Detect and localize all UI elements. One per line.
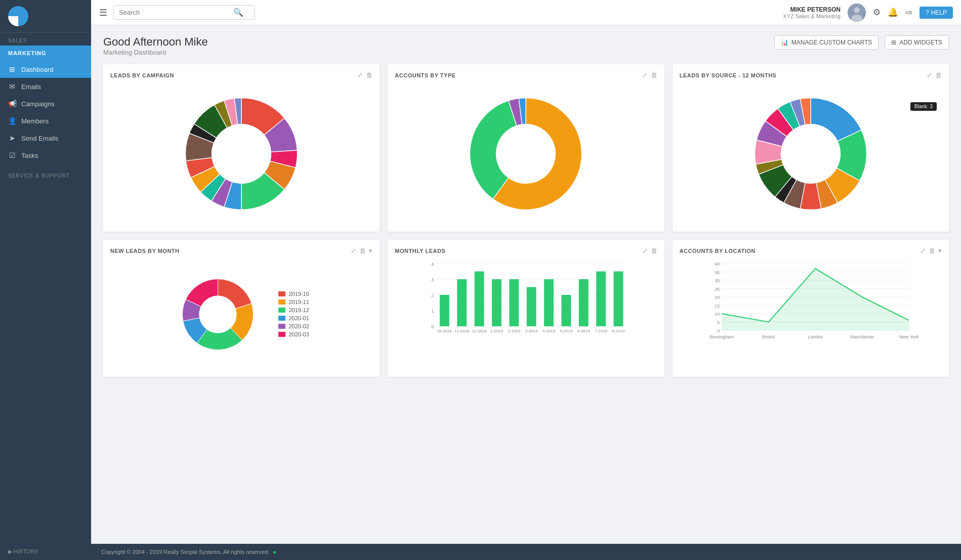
svg-text:0: 0: [717, 328, 720, 333]
help-button[interactable]: ? HELP: [920, 7, 953, 19]
greeting: Good Afternoon Mike: [103, 35, 208, 49]
chevron-down-icon[interactable]: ▾: [938, 247, 942, 254]
avatar: [848, 4, 866, 22]
page-header: Good Afternoon Mike Marketing Dashboard …: [103, 35, 949, 56]
svg-text:2-2019: 2-2019: [508, 329, 521, 333]
sidebar-item-send-emails[interactable]: ➤ Send Emails: [0, 130, 91, 147]
legend-item: 2019-11: [278, 299, 309, 305]
new-leads-by-month-card: NEW LEADS BY MONTH ⤢ 🗑 ▾ 2019-102019-112…: [103, 240, 380, 377]
expand-icon[interactable]: ⤢: [642, 247, 648, 254]
leads-by-source-body: Blank: 3: [680, 83, 942, 225]
svg-text:4-2019: 4-2019: [542, 329, 555, 333]
chart-icon: 📊: [781, 39, 788, 46]
svg-text:2: 2: [431, 293, 434, 298]
svg-text:New York: New York: [899, 334, 919, 339]
sidebar-history[interactable]: ▶ HISTORY: [0, 543, 91, 560]
svg-text:5-2019: 5-2019: [560, 329, 573, 333]
accounts-by-location-header: ACCOUNTS BY LOCATION ⤢ 🗑 ▾: [680, 247, 942, 254]
legend-item: 2019-10: [278, 291, 309, 297]
green-dot: ●: [273, 549, 276, 555]
expand-icon[interactable]: ⤢: [920, 247, 926, 254]
charts-grid: LEADS BY CAMPAIGN ⤢ 🗑 ACCOUNTS BY TYPE: [103, 64, 949, 377]
monthly-leads-chart: 0123410-201811-201812-20181-20192-20193-…: [395, 259, 657, 344]
legend-item: 2020-02: [278, 323, 309, 329]
chevron-down-icon[interactable]: ▾: [369, 247, 372, 254]
monthly-leads-header: MONTHLY LEADS ⤢ 🗑: [395, 247, 657, 254]
delete-icon[interactable]: 🗑: [651, 247, 657, 254]
accounts-by-type-card: ACCOUNTS BY TYPE ⤢ 🗑: [388, 64, 664, 232]
accounts-by-type-title: ACCOUNTS BY TYPE: [395, 72, 455, 78]
accounts-by-location-actions: ⤢ 🗑 ▾: [920, 247, 942, 254]
grid-icon: ⊞: [891, 39, 896, 46]
bell-icon[interactable]: 🔔: [888, 7, 898, 18]
delete-icon[interactable]: 🗑: [651, 71, 657, 79]
svg-text:London: London: [808, 334, 823, 339]
sidebar-item-campaigns[interactable]: 📢 Campaigns: [0, 95, 91, 112]
svg-rect-21: [510, 279, 519, 326]
user-info: MIKE PETERSON XYZ Sales & Marketing: [783, 6, 841, 19]
monthly-leads-actions: ⤢ 🗑: [642, 247, 657, 254]
expand-icon[interactable]: ⤢: [351, 247, 356, 254]
search-input[interactable]: [119, 9, 230, 16]
svg-text:Manchester: Manchester: [850, 334, 874, 339]
svg-text:12-2018: 12-2018: [472, 329, 487, 333]
settings-icon[interactable]: ⚙: [873, 7, 881, 18]
manage-charts-button[interactable]: 📊 MANAGE CUSTOM CHARTS: [774, 35, 879, 50]
svg-rect-13: [440, 295, 449, 326]
sidebar-item-tasks-label: Tasks: [21, 152, 38, 159]
svg-rect-33: [614, 272, 623, 327]
monthly-leads-card: MONTHLY LEADS ⤢ 🗑 0123410-201811-201812-…: [388, 240, 664, 377]
monthly-leads-body: 0123410-201811-201812-20181-20192-20193-…: [395, 259, 657, 344]
emails-icon: ✉: [8, 82, 16, 91]
new-leads-by-month-actions: ⤢ 🗑 ▾: [351, 247, 372, 254]
svg-text:10-2018: 10-2018: [437, 329, 452, 333]
sidebar-item-emails[interactable]: ✉ Emails: [0, 78, 91, 95]
accounts-by-type-chart: [460, 88, 592, 220]
svg-text:8-2019: 8-2019: [612, 329, 625, 333]
delete-icon[interactable]: 🗑: [929, 247, 935, 254]
sidebar-item-send-emails-label: Send Emails: [21, 135, 58, 142]
hamburger-icon[interactable]: ☰: [99, 7, 107, 18]
user-company: XYZ Sales & Marketing: [783, 13, 841, 19]
new-leads-legend: 2019-102019-112019-122020-012020-022020-…: [278, 291, 309, 337]
send-emails-icon: ➤: [8, 134, 16, 142]
campaigns-icon: 📢: [8, 100, 16, 108]
accounts-by-location-title: ACCOUNTS BY LOCATION: [680, 248, 756, 254]
leads-by-source-chart: [745, 88, 876, 220]
expand-icon[interactable]: ⤢: [357, 71, 363, 79]
expand-icon[interactable]: ⤢: [642, 71, 648, 79]
sidebar-item-members[interactable]: 👤 Members: [0, 112, 91, 130]
question-icon: ?: [926, 9, 929, 16]
new-leads-by-month-body: 2019-102019-112019-122020-012020-022020-…: [110, 259, 372, 370]
delete-icon[interactable]: 🗑: [359, 247, 366, 254]
leads-by-campaign-body: [110, 83, 372, 225]
monthly-leads-title: MONTHLY LEADS: [395, 248, 445, 254]
logout-icon[interactable]: ⇨: [905, 7, 912, 18]
sidebar-logo: [0, 0, 91, 33]
add-widgets-button[interactable]: ⊞ ADD WIDGETS: [885, 35, 949, 50]
svg-rect-15: [457, 279, 467, 326]
sidebar: SALES MARKETING ⊞ Dashboard ✉ Emails 📢 C…: [0, 0, 91, 560]
svg-text:6-2019: 6-2019: [577, 329, 590, 333]
members-icon: 👤: [8, 117, 16, 125]
svg-text:0: 0: [431, 324, 434, 329]
page-subtitle: Marketing Dashboard: [103, 49, 208, 56]
sidebar-item-tasks[interactable]: ☑ Tasks: [0, 147, 91, 164]
leads-by-campaign-card: LEADS BY CAMPAIGN ⤢ 🗑: [103, 64, 380, 232]
leads-by-campaign-chart: [176, 88, 307, 220]
svg-text:3: 3: [431, 277, 434, 282]
delete-icon[interactable]: 🗑: [366, 71, 372, 79]
svg-rect-31: [596, 272, 606, 327]
svg-rect-17: [475, 272, 484, 327]
delete-icon[interactable]: 🗑: [935, 71, 942, 79]
sidebar-item-dashboard[interactable]: ⊞ Dashboard: [0, 61, 91, 78]
footer: Copyright © 2004 - 2019 Really Simple Sy…: [91, 544, 961, 560]
search-box: 🔍: [113, 5, 255, 20]
expand-icon[interactable]: ⤢: [927, 71, 932, 79]
svg-text:11-2018: 11-2018: [454, 329, 470, 333]
svg-text:5: 5: [717, 320, 720, 325]
new-leads-by-month-header: NEW LEADS BY MONTH ⤢ 🗑 ▾: [110, 247, 372, 254]
sidebar-item-dashboard-label: Dashboard: [21, 66, 54, 73]
search-icon[interactable]: 🔍: [233, 8, 243, 17]
page-actions: 📊 MANAGE CUSTOM CHARTS ⊞ ADD WIDGETS: [774, 35, 949, 50]
